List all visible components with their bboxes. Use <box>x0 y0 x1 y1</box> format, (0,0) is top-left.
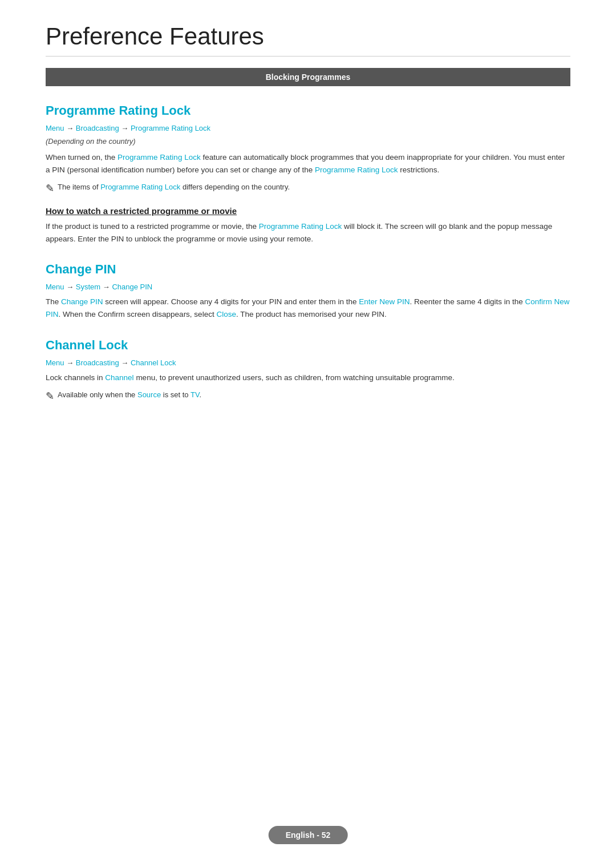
link-programme-rating-lock-2[interactable]: Programme Rating Lock <box>315 166 398 174</box>
page-container: Preference Features Blocking Programmes … <box>0 0 616 456</box>
section-title-channel-lock: Channel Lock <box>46 338 570 353</box>
link-close[interactable]: Close <box>216 310 236 318</box>
section-title-programme-rating-lock: Programme Rating Lock <box>46 103 570 118</box>
breadcrumb-arrow-5: → <box>66 358 76 367</box>
link-channel[interactable]: Channel <box>105 373 133 382</box>
link-change-pin[interactable]: Change PIN <box>61 297 103 306</box>
body-text-change-pin: The Change PIN screen will appear. Choos… <box>46 296 570 320</box>
breadcrumb-arrow-1: → <box>66 124 76 132</box>
breadcrumb-arrow-4: → <box>103 283 112 291</box>
breadcrumb-arrow-3: → <box>66 283 76 291</box>
breadcrumb-system-link[interactable]: System <box>76 283 100 291</box>
subsection-title-how-to-watch: How to watch a restricted programme or m… <box>46 206 570 216</box>
breadcrumb-channel-lock-link[interactable]: Channel Lock <box>131 358 176 367</box>
breadcrumb-programme-rating-lock: Menu → Broadcasting → Programme Rating L… <box>46 124 570 132</box>
breadcrumb-menu-link-2[interactable]: Menu <box>46 283 64 291</box>
note-box-1: ✎ The items of Programme Rating Lock dif… <box>46 182 570 195</box>
body-text-programme-rating-lock: When turned on, the Programme Rating Loc… <box>46 151 570 176</box>
footer: English - 52 <box>269 826 348 844</box>
section-header-text: Blocking Programmes <box>266 72 351 82</box>
note-icon-1: ✎ <box>46 182 54 195</box>
breadcrumb-menu-link-3[interactable]: Menu <box>46 358 64 367</box>
breadcrumb-channel-lock: Menu → Broadcasting → Channel Lock <box>46 358 570 367</box>
breadcrumb-menu-link[interactable]: Menu <box>46 124 64 132</box>
note-depending-country: (Depending on the country) <box>46 137 570 146</box>
link-programme-rating-lock-note[interactable]: Programme Rating Lock <box>100 183 180 191</box>
breadcrumb-arrow-6: → <box>121 358 131 367</box>
note-text-1: The items of Programme Rating Lock diffe… <box>58 182 290 193</box>
note-text-2: Available only when the Source is set to… <box>58 389 201 401</box>
section-header-bar: Blocking Programmes <box>46 68 570 86</box>
breadcrumb-programme-rating-lock-link[interactable]: Programme Rating Lock <box>131 124 210 132</box>
section-programme-rating-lock: Programme Rating Lock Menu → Broadcastin… <box>46 103 570 245</box>
section-title-change-pin: Change PIN <box>46 262 570 277</box>
link-tv[interactable]: TV <box>191 390 199 399</box>
link-confirm-new-pin[interactable]: Confirm New PIN <box>46 297 569 318</box>
breadcrumb-change-pin-link[interactable]: Change PIN <box>112 283 152 291</box>
link-enter-new-pin[interactable]: Enter New PIN <box>359 297 410 306</box>
breadcrumb-broadcasting-link-2[interactable]: Broadcasting <box>76 358 119 367</box>
breadcrumb-broadcasting-link-1[interactable]: Broadcasting <box>76 124 119 132</box>
link-programme-rating-lock-1[interactable]: Programme Rating Lock <box>117 153 201 162</box>
section-channel-lock: Channel Lock Menu → Broadcasting → Chann… <box>46 338 570 403</box>
breadcrumb-arrow-2: → <box>121 124 131 132</box>
body-text-how-to-watch: If the product is tuned to a restricted … <box>46 220 570 245</box>
link-source[interactable]: Source <box>137 390 161 399</box>
note-box-2: ✎ Available only when the Source is set … <box>46 389 570 402</box>
page-title: Preference Features <box>46 23 570 57</box>
breadcrumb-change-pin: Menu → System → Change PIN <box>46 283 570 291</box>
section-change-pin: Change PIN Menu → System → Change PIN Th… <box>46 262 570 320</box>
link-programme-rating-lock-subsection[interactable]: Programme Rating Lock <box>259 222 342 231</box>
body-text-channel-lock: Lock channels in Channel menu, to preven… <box>46 372 570 384</box>
note-icon-2: ✎ <box>46 390 54 402</box>
